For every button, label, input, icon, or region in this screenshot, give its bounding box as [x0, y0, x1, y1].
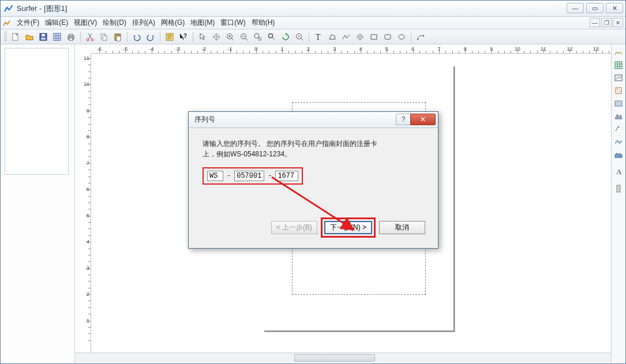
ruler-label: 1: [87, 318, 89, 324]
svg-point-0: [12, 5, 13, 6]
back-button: < 上一步(B): [271, 221, 317, 234]
svg-rect-14: [116, 33, 119, 35]
menu-help[interactable]: 帮助(H): [249, 17, 278, 29]
svg-text:?: ?: [183, 33, 187, 39]
svg-point-29: [399, 35, 404, 39]
polyline-icon[interactable]: [340, 31, 353, 43]
window-title: Surfer - [图形1]: [17, 3, 67, 14]
close-icon: ✕: [420, 115, 426, 123]
minimize-button[interactable]: —: [567, 3, 584, 13]
copy-icon[interactable]: [98, 31, 110, 43]
maximize-button[interactable]: ▭: [586, 3, 603, 13]
base-map-icon[interactable]: [613, 72, 624, 84]
image-map-icon[interactable]: [613, 97, 624, 109]
undo-icon[interactable]: [130, 31, 143, 43]
post-map-icon[interactable]: [613, 85, 624, 96]
ruler-label: 6: [87, 186, 89, 192]
pan-icon[interactable]: [210, 31, 223, 43]
horizontal-scrollbar[interactable]: [75, 352, 611, 363]
zoom-fit-icon[interactable]: [265, 31, 278, 43]
wireframe-icon[interactable]: [613, 136, 624, 147]
open-file-icon[interactable]: [23, 31, 36, 43]
svg-rect-15: [117, 36, 121, 41]
menu-edit[interactable]: 编辑(E): [43, 17, 70, 29]
save-icon[interactable]: [37, 31, 50, 43]
right-panel-collapse-icon[interactable]: [613, 183, 624, 194]
surface-icon[interactable]: [613, 148, 624, 160]
paste-icon[interactable]: [111, 31, 124, 43]
toolbar-sep: [127, 32, 128, 42]
grid-icon[interactable]: [51, 31, 63, 43]
zoom-in-icon[interactable]: [224, 31, 237, 43]
print-icon[interactable]: [65, 31, 77, 43]
ruler-label: 5: [385, 46, 388, 52]
svg-rect-5: [54, 33, 61, 40]
rounded-rect-icon[interactable]: [381, 31, 394, 43]
toolbar-sep: [160, 32, 160, 42]
dialog-title-bar[interactable]: 序列号 ? ✕: [189, 112, 438, 128]
window-controls: — ▭ ✕: [567, 3, 623, 13]
next-button[interactable]: 下一步(N) >: [324, 221, 372, 234]
cancel-button[interactable]: 取消: [379, 221, 425, 234]
new-file-icon[interactable]: [9, 31, 22, 43]
ruler-label: 12: [567, 46, 572, 52]
contour-icon[interactable]: [613, 59, 624, 71]
ruler-label: -5: [123, 46, 128, 52]
scrollbar-thumb[interactable]: [294, 354, 375, 362]
rectangle-icon[interactable]: [368, 31, 380, 43]
ellipse-icon[interactable]: [395, 31, 408, 43]
refresh-icon[interactable]: [279, 31, 292, 43]
zoom-rect-icon[interactable]: [252, 31, 264, 43]
mdi-minimize[interactable]: —: [590, 18, 600, 27]
serial-part1-input[interactable]: [207, 171, 223, 181]
svg-rect-33: [615, 75, 622, 81]
ruler-label: 7: [437, 46, 440, 52]
properties-icon[interactable]: [163, 31, 176, 43]
object-tree[interactable]: [5, 48, 69, 175]
ruler-label: 11: [84, 55, 89, 61]
serial-input-highlight: - -: [203, 167, 303, 185]
symbol-icon[interactable]: [354, 31, 366, 43]
shaded-relief-icon[interactable]: [613, 110, 624, 122]
svg-rect-32: [615, 62, 622, 69]
svg-text:T: T: [316, 33, 321, 42]
zoom-actual-icon[interactable]: [293, 31, 306, 43]
ruler-label: 11: [541, 46, 546, 52]
ruler-label: 4: [87, 239, 89, 245]
ruler-label: -6: [97, 46, 102, 52]
svg-rect-27: [371, 35, 377, 39]
vector-map-icon[interactable]: [613, 123, 624, 134]
menu-arrange[interactable]: 排列(A): [130, 17, 158, 29]
pointer-icon[interactable]: [196, 31, 209, 43]
redo-icon[interactable]: [144, 31, 157, 43]
help-icon: ?: [402, 115, 406, 123]
serial-part2-input[interactable]: [234, 171, 264, 181]
menu-map[interactable]: 地图(M): [188, 17, 217, 29]
menu-draw[interactable]: 绘制(D): [100, 17, 129, 29]
menu-grid[interactable]: 网格(G): [159, 17, 187, 29]
menu-window[interactable]: 窗口(W): [218, 17, 248, 29]
reshape-icon[interactable]: [414, 31, 427, 43]
text-axis-icon[interactable]: A: [613, 166, 624, 177]
mdi-close[interactable]: ✕: [613, 18, 623, 27]
serial-dash: -: [227, 172, 231, 180]
mdi-restore[interactable]: ❐: [601, 18, 612, 27]
text-icon[interactable]: T: [312, 31, 325, 43]
map-wizard-icon[interactable]: [613, 47, 624, 58]
dialog-close-button[interactable]: ✕: [410, 114, 436, 125]
whatsthis-icon[interactable]: ?: [177, 31, 190, 43]
polygon-icon[interactable]: [326, 31, 339, 43]
dialog-help-button[interactable]: ?: [396, 114, 411, 125]
svg-point-9: [87, 39, 89, 41]
ruler-label: 10: [515, 46, 520, 52]
menu-view[interactable]: 视图(V): [72, 17, 99, 29]
ruler-label: -1: [227, 46, 232, 52]
zoom-out-icon[interactable]: [238, 31, 250, 43]
ruler-label: 10: [84, 81, 89, 87]
cut-icon[interactable]: [84, 31, 96, 43]
menu-file[interactable]: 文件(F): [14, 17, 42, 29]
serial-part3-input[interactable]: [275, 171, 298, 181]
close-button[interactable]: ✕: [606, 3, 623, 13]
ruler-label: 1: [281, 46, 284, 52]
maximize-glyph: ▭: [592, 5, 598, 12]
